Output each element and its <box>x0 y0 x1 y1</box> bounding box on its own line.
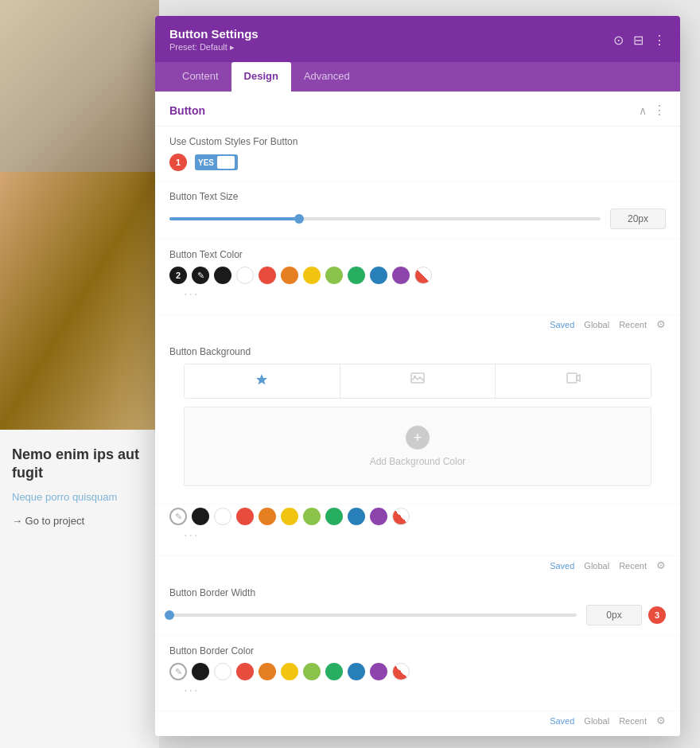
border-color-pencil[interactable]: ✎ <box>169 663 187 680</box>
tab-content[interactable]: Content <box>169 62 231 92</box>
border-width-value[interactable]: 0px <box>586 605 642 625</box>
global-label-3[interactable]: Global <box>584 716 609 726</box>
recent-label-1[interactable]: Recent <box>619 320 647 329</box>
border-color-red[interactable] <box>236 663 254 680</box>
button-bg-field: Button Background + Add Background Color <box>155 337 680 505</box>
border-color-row: ✎ <box>169 663 666 680</box>
page-background: Nemo enim ips aut fugit Neque porro quis… <box>0 0 159 748</box>
color-purple[interactable] <box>392 267 410 284</box>
text-size-fill <box>169 217 299 220</box>
badge-2: 2 <box>169 267 187 284</box>
border-width-track[interactable] <box>169 614 577 617</box>
tab-advanced[interactable]: Advanced <box>291 62 363 92</box>
page-link[interactable]: → Go to project <box>12 515 147 527</box>
bg-tab-image[interactable] <box>340 364 496 398</box>
bg-color-stripe[interactable] <box>392 508 410 525</box>
layout-icon[interactable]: ⊟ <box>633 33 644 48</box>
color-pencil-active[interactable]: ✎ <box>192 267 209 284</box>
bg-color-blue[interactable] <box>348 508 365 525</box>
color-green[interactable] <box>348 267 365 284</box>
color-lime[interactable] <box>325 267 343 284</box>
bg-color-black[interactable] <box>192 508 209 525</box>
text-size-value[interactable]: 20px <box>610 208 666 229</box>
text-size-track[interactable] <box>169 217 601 220</box>
bg-color-orange[interactable] <box>259 508 276 525</box>
bg-tab-color[interactable] <box>185 364 340 398</box>
border-color-orange[interactable] <box>259 663 276 680</box>
color-black[interactable] <box>214 267 231 284</box>
border-color-stripe[interactable] <box>392 663 410 680</box>
border-color-black[interactable] <box>192 663 209 680</box>
bg-color-white[interactable] <box>214 508 231 525</box>
border-width-label: Button Border Width <box>169 587 666 598</box>
border-width-value-area: 0px 3 <box>586 605 666 625</box>
more-icon[interactable]: ⋮ <box>653 33 666 48</box>
add-bg-icon: + <box>406 426 430 450</box>
bg-color-red[interactable] <box>236 508 254 525</box>
border-width-thumb[interactable] <box>165 610 174 620</box>
settings-icon[interactable]: ⊙ <box>613 33 624 48</box>
custom-styles-toggle[interactable]: YES <box>195 154 238 170</box>
text-size-label: Button Text Size <box>169 191 666 202</box>
add-bg-text: Add Background Color <box>370 456 466 467</box>
page-hero-image <box>0 0 159 430</box>
add-bg-area[interactable]: + Add Background Color <box>184 407 651 486</box>
color-dots-1[interactable]: ··· <box>169 284 666 305</box>
saved-settings-icon-2[interactable]: ⚙ <box>656 559 666 571</box>
toggle-knob <box>217 156 235 169</box>
text-color-row: 2 ✎ <box>169 267 666 284</box>
color-dots-2[interactable]: ··· <box>169 525 666 546</box>
tab-design[interactable]: Design <box>231 62 291 92</box>
button-settings-modal: Button Settings Preset: Default ▸ ⊙ ⊟ ⋮ … <box>155 16 680 736</box>
border-color-label: Button Border Color <box>169 645 666 656</box>
bg-color-purple[interactable] <box>370 508 387 525</box>
toggle-row: 1 YES <box>169 154 666 171</box>
color-stripe[interactable] <box>414 267 432 284</box>
text-color-field: Button Text Color 2 ✎ ··· <box>155 240 680 315</box>
modal-header-icons: ⊙ ⊟ ⋮ <box>613 33 666 48</box>
section-dots-icon[interactable]: ⋮ <box>653 103 666 118</box>
border-color-green[interactable] <box>325 663 343 680</box>
global-label-1[interactable]: Global <box>584 320 609 329</box>
saved-label-1[interactable]: Saved <box>550 320 574 329</box>
modal-header: Button Settings Preset: Default ▸ ⊙ ⊟ ⋮ <box>155 16 680 62</box>
saved-settings-icon-1[interactable]: ⚙ <box>656 318 666 330</box>
global-label-2[interactable]: Global <box>584 561 609 571</box>
border-color-purple[interactable] <box>370 663 387 680</box>
modal-tabs: Content Design Advanced <box>155 62 680 92</box>
saved-label-3[interactable]: Saved <box>550 716 574 726</box>
section-header: Button ∧ ⋮ <box>155 92 680 127</box>
text-color-label: Button Text Color <box>169 249 666 260</box>
text-size-thumb[interactable] <box>294 214 304 224</box>
button-bg-label: Button Background <box>169 346 666 357</box>
bg-color-lime[interactable] <box>303 508 321 525</box>
color-yellow[interactable] <box>303 267 321 284</box>
border-color-yellow[interactable] <box>281 663 298 680</box>
badge-1: 1 <box>169 154 187 171</box>
bg-color-green[interactable] <box>325 508 343 525</box>
saved-settings-icon-3[interactable]: ⚙ <box>656 715 666 727</box>
color-orange[interactable] <box>281 267 298 284</box>
color-blue[interactable] <box>370 267 387 284</box>
color-dots-3[interactable]: ··· <box>169 680 666 701</box>
bg-color-row: ✎ <box>169 508 666 525</box>
saved-label-2[interactable]: Saved <box>550 561 574 571</box>
border-color-blue[interactable] <box>348 663 365 680</box>
bg-color-yellow[interactable] <box>281 508 298 525</box>
recent-label-3[interactable]: Recent <box>619 716 647 726</box>
modal-title: Button Settings <box>169 27 259 41</box>
border-color-white[interactable] <box>214 663 231 680</box>
modal-preset[interactable]: Preset: Default ▸ <box>169 42 259 53</box>
bg-color-pencil[interactable]: ✎ <box>169 508 187 525</box>
text-size-field: Button Text Size 20px <box>155 181 680 240</box>
color-white[interactable] <box>236 267 254 284</box>
bg-tab-video[interactable] <box>496 364 651 398</box>
recent-label-2[interactable]: Recent <box>619 561 647 571</box>
toggle-yes-label: YES <box>198 158 214 167</box>
color-red[interactable] <box>259 267 276 284</box>
saved-row-3: Saved Global Recent ⚙ <box>155 711 680 733</box>
svg-rect-0 <box>411 373 424 383</box>
chevron-up-icon[interactable]: ∧ <box>639 104 647 117</box>
border-color-lime[interactable] <box>303 663 321 680</box>
border-radius-field: Button Border Radius 1px 4 <box>155 733 680 736</box>
